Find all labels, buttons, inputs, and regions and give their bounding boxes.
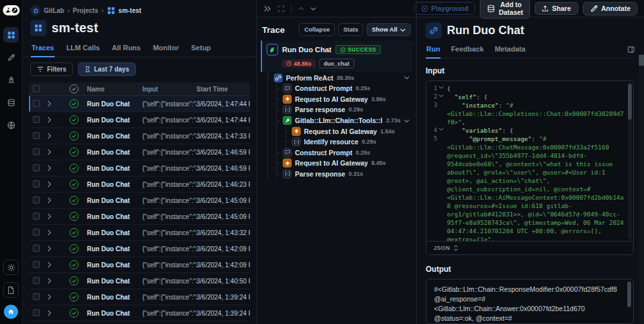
- tab-all-runs[interactable]: All Runs: [111, 41, 142, 57]
- side-panel-toggle-icon[interactable]: [627, 46, 635, 53]
- run-name[interactable]: Run Duo Chat: [87, 245, 142, 253]
- row-expand-icon[interactable]: [44, 229, 61, 236]
- table-row[interactable]: Run Duo Chat {"self":{"instance":"#... 3…: [29, 144, 250, 160]
- row-expand-icon[interactable]: [44, 149, 61, 155]
- table-row[interactable]: Run Duo Chat {"self":{"instance":"#... 3…: [29, 289, 250, 305]
- table-row[interactable]: Run Duo Chat {"self":{"instance":"#... 3…: [29, 128, 250, 144]
- trace-span[interactable]: Request to AI Gateway 8.45s: [261, 158, 412, 169]
- page-scrollbar-thumb[interactable]: [639, 55, 644, 66]
- row-checkbox[interactable]: [33, 213, 40, 220]
- stats-button[interactable]: Stats: [338, 23, 363, 36]
- show-all-dropdown[interactable]: Show All: [366, 23, 411, 36]
- sidebar-item-deployments[interactable]: [3, 72, 19, 88]
- trace-span[interactable]: Request to AI Gateway 1.54s: [261, 126, 412, 137]
- output-card[interactable]: #<Gitlab::Llm::Chain::ResponseModifier:0…: [426, 279, 634, 324]
- format-selector[interactable]: JSON: [426, 241, 633, 254]
- run-name[interactable]: Run Duo Chat: [87, 213, 142, 220]
- column-input[interactable]: Input: [142, 86, 196, 93]
- breadcrumb-current[interactable]: sm-test: [118, 7, 142, 14]
- trace-span[interactable]: Identify resource 0.29s: [261, 137, 412, 148]
- row-checkbox[interactable]: [33, 229, 40, 236]
- line-number[interactable]: 1: [426, 84, 447, 93]
- playground-button[interactable]: Playground: [414, 2, 476, 15]
- next-run-icon[interactable]: [310, 6, 316, 11]
- collapse-panel-icon[interactable]: [263, 5, 271, 12]
- tab-monitor[interactable]: Monitor: [152, 41, 179, 57]
- row-checkbox[interactable]: [33, 132, 40, 139]
- trace-span[interactable]: Request to AI Gateway 3.86s: [261, 94, 412, 105]
- table-row[interactable]: Run Duo Chat {"self":{"instance":"#... 3…: [29, 112, 250, 128]
- row-checkbox[interactable]: [33, 148, 40, 155]
- run-name[interactable]: Run Duo Chat: [87, 310, 142, 317]
- line-number[interactable]: 4: [426, 126, 447, 135]
- filters-button[interactable]: Filters: [30, 62, 73, 76]
- sidebar-item-annotation[interactable]: [3, 50, 19, 65]
- row-checkbox[interactable]: [33, 100, 40, 107]
- run-name[interactable]: Run Duo Chat: [87, 165, 142, 172]
- row-checkbox[interactable]: [33, 277, 40, 284]
- trace-span[interactable]: Parse response 0.31s: [261, 169, 412, 180]
- row-expand-icon[interactable]: [44, 133, 61, 139]
- sidebar-item-projects[interactable]: [3, 27, 19, 43]
- detail-tab-metadata[interactable]: Metadata: [494, 42, 526, 59]
- row-expand-icon[interactable]: [44, 197, 61, 204]
- row-checkbox[interactable]: [33, 293, 40, 300]
- span-collapse-icon[interactable]: [404, 75, 412, 80]
- row-expand-icon[interactable]: [44, 310, 61, 316]
- run-name[interactable]: Run Duo Chat: [87, 278, 142, 285]
- run-name[interactable]: Run Duo Chat: [87, 181, 142, 188]
- date-range-button[interactable]: Last 7 days: [78, 62, 135, 76]
- table-row[interactable]: Run Duo Chat {"self":{"instance":"#... 3…: [29, 241, 250, 257]
- row-checkbox[interactable]: [33, 164, 40, 171]
- row-checkbox[interactable]: [33, 261, 40, 268]
- home-icon[interactable]: [30, 5, 41, 15]
- breadcrumb-projects[interactable]: Projects: [73, 7, 98, 14]
- detail-tab-run[interactable]: Run: [426, 42, 440, 59]
- run-name[interactable]: Run Duo Chat: [87, 197, 142, 204]
- annotate-button[interactable]: Annotate: [583, 2, 638, 15]
- table-row[interactable]: Run Duo Chat {"self":{"instance":"#... 3…: [29, 96, 250, 112]
- share-button[interactable]: Share: [535, 2, 578, 15]
- sidebar-item-datasets[interactable]: [3, 95, 19, 110]
- prev-run-icon[interactable]: [298, 6, 304, 11]
- add-to-dataset-button[interactable]: Add to Dataset: [480, 0, 530, 19]
- line-number[interactable]: 2: [426, 93, 447, 101]
- row-expand-icon[interactable]: [44, 262, 61, 268]
- run-tag[interactable]: duo_chat: [319, 59, 354, 68]
- avatar[interactable]: [4, 305, 18, 319]
- sidebar-item-hub[interactable]: [3, 117, 19, 133]
- table-row[interactable]: Run Duo Chat {"self":{"instance":"#... 3…: [29, 321, 250, 324]
- row-expand-icon[interactable]: [44, 165, 61, 171]
- select-all-checkbox[interactable]: [33, 85, 40, 92]
- row-checkbox[interactable]: [33, 196, 40, 204]
- run-name[interactable]: Run Duo Chat: [87, 262, 142, 269]
- output-scrollbar-thumb[interactable]: [627, 281, 631, 307]
- docs-button[interactable]: [3, 282, 19, 298]
- table-row[interactable]: Run Duo Chat {"self":{"instance":"#... 3…: [29, 225, 250, 241]
- trace-root-node[interactable]: Run Duo Chat SUCCESS 48.86s duo_chat: [261, 41, 412, 72]
- trace-span[interactable]: Construct Prompt 0.25s: [261, 83, 412, 94]
- run-name[interactable]: Run Duo Chat: [87, 149, 142, 156]
- tab-setup[interactable]: Setup: [191, 41, 212, 57]
- table-row[interactable]: Run Duo Chat {"self":{"instance":"#... 3…: [29, 176, 250, 193]
- collapse-button[interactable]: Collapse: [299, 23, 335, 36]
- column-name[interactable]: Name: [87, 86, 142, 93]
- run-name[interactable]: Run Duo Chat: [87, 133, 142, 140]
- trace-span[interactable]: Perform ReAct 38.30s: [261, 72, 412, 83]
- table-row[interactable]: Run Duo Chat {"self":{"instance":"#... 3…: [29, 160, 250, 176]
- run-name[interactable]: Run Duo Chat: [87, 117, 142, 124]
- trace-span[interactable]: Construct Prompt 0.25s: [261, 148, 412, 158]
- input-code[interactable]: 1 { 2 "self": { 3 "instance": "#<Gitlab:…: [426, 81, 633, 241]
- row-expand-icon[interactable]: [44, 213, 61, 220]
- row-expand-icon[interactable]: [44, 245, 61, 252]
- tab-llm-calls[interactable]: LLM Calls: [66, 41, 100, 57]
- trace-span[interactable]: Parse response 0.29s: [261, 104, 412, 115]
- row-checkbox[interactable]: [33, 245, 40, 252]
- span-collapse-icon[interactable]: [404, 119, 412, 123]
- row-expand-icon[interactable]: [44, 294, 61, 300]
- detail-tab-feedback[interactable]: Feedback: [450, 42, 484, 59]
- code-scrollbar-thumb[interactable]: [628, 84, 632, 120]
- run-name[interactable]: Run Duo Chat: [87, 294, 142, 301]
- row-checkbox[interactable]: [33, 116, 40, 123]
- row-expand-icon[interactable]: [44, 181, 61, 187]
